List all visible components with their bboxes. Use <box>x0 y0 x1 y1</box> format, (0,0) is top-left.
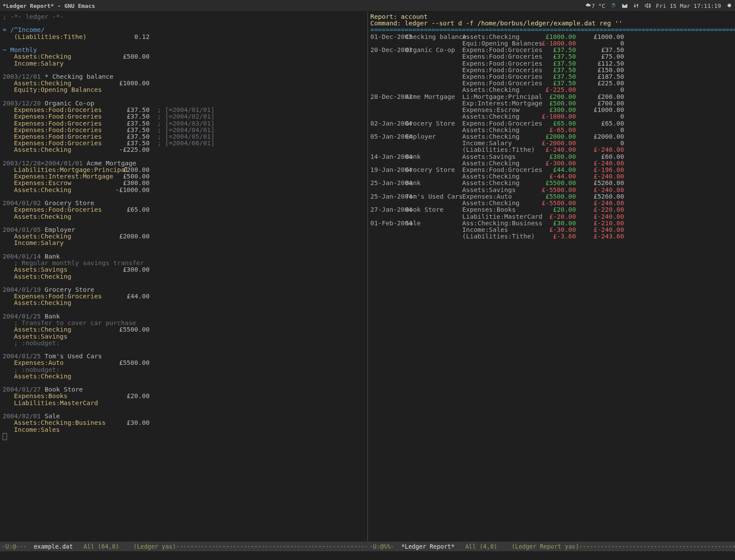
report-row[interactable]: Assets:Savings£-5500.00£-240.00 <box>368 187 735 193</box>
source-line[interactable]: ; Regular monthly savings transfer <box>0 260 368 266</box>
report-row[interactable]: Assets:Checking£-44.00£-240.00 <box>368 173 735 180</box>
source-line[interactable]: Expenses:Food:Groceries£65.00 <box>0 206 368 213</box>
ledger-source-pane[interactable]: ; -*- ledger -*- = /^Income/(Liabilities… <box>0 12 368 541</box>
volume-icon[interactable] <box>644 3 651 9</box>
source-line[interactable]: Liabilities:MasterCard <box>0 400 368 406</box>
source-line[interactable]: Income:Salary <box>0 60 368 67</box>
source-line[interactable] <box>0 94 368 100</box>
source-line[interactable]: Assets:Checking-£225.00 <box>0 147 368 153</box>
source-line[interactable]: ; :nobudget: <box>0 340 368 346</box>
source-line[interactable]: 2003/12/20 Organic Co-op <box>0 100 368 107</box>
source-line[interactable]: Expenses:Auto£5500.00 <box>0 360 368 366</box>
source-line[interactable]: Assets:Checking£2000.00 <box>0 233 368 240</box>
source-line[interactable]: 2004/01/19 Grocery Store <box>0 287 368 293</box>
source-line[interactable]: 2004/01/27 Book Store <box>0 386 368 393</box>
source-line[interactable]: Assets:Checking£500.00 <box>0 53 368 60</box>
report-row[interactable]: Expenses:Escrow£300.00£1000.00 <box>368 107 735 113</box>
source-line[interactable]: (Liabilities:Tithe)0.12 <box>0 34 368 40</box>
report-row[interactable]: Expens:Food:Groceries£37.50£75.00 <box>368 53 735 60</box>
minibuffer[interactable] <box>0 551 735 560</box>
refresh-icon[interactable] <box>610 3 616 9</box>
source-line[interactable]: Expenses:Interest:Mortgage£500.00 <box>0 173 368 180</box>
source-line[interactable]: 2004/01/02 Grocery Store <box>0 200 368 206</box>
report-row[interactable]: Exp:Interest:Mortgage£500.00£700.00 <box>368 100 735 107</box>
source-line[interactable] <box>0 406 368 413</box>
source-line[interactable]: ; :nobudget: <box>0 367 368 373</box>
report-row[interactable]: Expens:Food:Groceries£37.50£112.50 <box>368 60 735 67</box>
report-row[interactable]: (Liabilities:Tithe)£-240.00£-240.00 <box>368 147 735 153</box>
source-line[interactable]: Assets:Checking <box>0 300 368 306</box>
source-line[interactable] <box>0 380 368 386</box>
source-line[interactable] <box>0 433 368 440</box>
report-row[interactable]: (Liabilities:Tithe)£-3.60£-243.60 <box>368 233 735 240</box>
report-row[interactable]: Assets:Checking£-5500.00£-240.00 <box>368 200 735 206</box>
source-line[interactable]: 2004/02/01 Sale <box>0 413 368 420</box>
report-row[interactable]: 19-Jan-2004Grocery StoreExpens:Food:Groc… <box>368 167 735 173</box>
source-line[interactable]: Expenses:Food:Groceries£37.50 ; [=2004/0… <box>0 107 368 113</box>
report-row[interactable]: Expens:Food:Groceries£37.50£187.50 <box>368 74 735 80</box>
source-line[interactable]: Income:Salary <box>0 240 368 246</box>
source-line[interactable] <box>0 154 368 160</box>
report-row[interactable]: 01-Dec-2003Checking balanceAssets:Checki… <box>368 34 735 40</box>
source-line[interactable]: 2004/01/05 Employer <box>0 227 368 233</box>
source-line[interactable] <box>0 67 368 74</box>
source-line[interactable] <box>0 40 368 47</box>
source-line[interactable]: Assets:Checking <box>0 214 368 220</box>
source-line[interactable]: Assets:Checking <box>0 373 368 380</box>
report-row[interactable]: Assets:Checking£-1000.000 <box>368 113 735 120</box>
mail-icon[interactable] <box>622 3 628 9</box>
report-row[interactable]: 01-Feb-2004SaleAss:Checking:Business£30.… <box>368 220 735 227</box>
ledger-report-pane[interactable]: Report: accountCommand: ledger --sort d … <box>368 12 735 541</box>
source-line[interactable]: ; -*- ledger -*- <box>0 14 368 20</box>
settings-icon[interactable] <box>726 3 732 9</box>
source-line[interactable]: 2004/01/25 Bank <box>0 313 368 320</box>
source-line[interactable]: 2004/01/25 Tom's Used Cars <box>0 353 368 360</box>
modeline-right[interactable]: -U:@%%- *Ledger Report* All (4,0) (Ledge… <box>368 541 735 551</box>
report-row[interactable]: 20-Dec-2003Organic Co-opExpens:Food:Groc… <box>368 47 735 53</box>
source-line[interactable] <box>0 307 368 313</box>
source-line[interactable]: Expenses:Food:Groceries£37.50 ; [=2004/0… <box>0 113 368 120</box>
report-row[interactable]: 25-Jan-2004Tom's Used CarsExpenses:Auto£… <box>368 193 735 200</box>
source-line[interactable] <box>0 247 368 253</box>
source-line[interactable] <box>0 220 368 227</box>
source-line[interactable]: Assets:Checking£1000.00 <box>0 80 368 87</box>
report-row[interactable]: Liabilitie:MasterCard£-20.00£-240.00 <box>368 214 735 220</box>
source-line[interactable]: Expenses:Food:Groceries£37.50 ; [=2004/0… <box>0 127 368 133</box>
report-row[interactable]: Expens:Food:Groceries£37.50£225.00 <box>368 80 735 87</box>
source-line[interactable]: Assets:Checking-£1000.00 <box>0 187 368 193</box>
source-line[interactable]: Assets:Savings <box>0 333 368 340</box>
report-row[interactable]: 25-Jan-2004BankAssets:Checking£5500.00£5… <box>368 180 735 186</box>
source-line[interactable]: Expenses:Food:Groceries£37.50 ; [=2004/0… <box>0 140 368 147</box>
source-line[interactable] <box>0 346 368 353</box>
source-line[interactable]: Income:Sales <box>0 427 368 433</box>
source-line[interactable]: = /^Income/ <box>0 27 368 33</box>
source-line[interactable]: ; Transfer to cover car purchase <box>0 320 368 326</box>
source-line[interactable]: Expenses:Escrow£300.00 <box>0 180 368 186</box>
report-row[interactable]: Expens:Food:Groceries£37.50£150.00 <box>368 67 735 74</box>
report-row[interactable]: Income:Sales£-30.00£-240.00 <box>368 227 735 233</box>
source-line[interactable] <box>0 20 368 27</box>
source-line[interactable]: Equity:Opening Balances <box>0 87 368 93</box>
source-line[interactable]: Expenses:Food:Groceries£37.50 ; [=2004/0… <box>0 133 368 140</box>
report-row[interactable]: Assets:Checking£-300.00£-240.00 <box>368 160 735 167</box>
source-line[interactable] <box>0 193 368 200</box>
modeline-left[interactable]: -U:@--- example.dat All (64,0) (Ledger y… <box>0 541 368 551</box>
report-row[interactable]: Equi:Opening Balances£-1000.000 <box>368 40 735 47</box>
source-line[interactable]: Assets:Checking£5500.00 <box>0 326 368 333</box>
weather-indicator[interactable]: 7 °C <box>585 3 605 9</box>
network-icon[interactable] <box>633 3 639 9</box>
clock[interactable]: Fri 15 Mar 17:11:19 <box>656 3 721 9</box>
source-line[interactable]: 2004/01/14 Bank <box>0 253 368 260</box>
report-row[interactable]: 05-Jan-2004EmployerAssets:Checking£2000.… <box>368 133 735 140</box>
source-line[interactable]: Liabilities:Mortgage:Principal£200.00 <box>0 167 368 173</box>
report-row[interactable]: Income:Salary£-2000.000 <box>368 140 735 147</box>
report-row[interactable]: Assets:Checking£-225.000 <box>368 87 735 93</box>
source-line[interactable]: Expenses:Food:Groceries£37.50 ; [=2004/0… <box>0 120 368 127</box>
source-line[interactable]: 2003/12/28=2004/01/01 Acme Mortgage <box>0 160 368 167</box>
source-line[interactable] <box>0 280 368 287</box>
source-line[interactable]: Expenses:Food:Groceries£44.00 <box>0 293 368 300</box>
source-line[interactable]: Assets:Savings£300.00 <box>0 266 368 273</box>
source-line[interactable]: Expenses:Books£20.00 <box>0 393 368 399</box>
report-row[interactable]: Assets:Checking£-65.000 <box>368 127 735 133</box>
report-row[interactable]: 02-Jan-2004Grocery StoreExpens:Food:Groc… <box>368 120 735 127</box>
